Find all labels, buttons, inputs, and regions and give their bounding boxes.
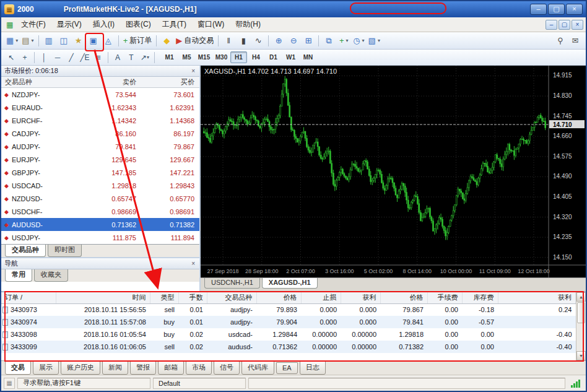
price-chart[interactable]: 14.91514.83014.74514.66014.57514.49014.4…: [201, 66, 586, 277]
terminal-button[interactable]: ▣: [86, 34, 101, 48]
market-watch-row[interactable]: ◆EURCHF-1.143421.14368: [1, 114, 199, 127]
terminal-tab-邮箱[interactable]: 邮箱6: [158, 361, 184, 375]
timeframe-M5[interactable]: M5: [178, 51, 195, 63]
new-chart-button[interactable]: ▦▾: [4, 34, 20, 48]
close-button[interactable]: ×: [566, 4, 583, 15]
market-watch-row[interactable]: ◆GBPJPY-147.185147.221: [1, 166, 199, 179]
market-watch-row[interactable]: ◆AUDJPY-79.84179.867: [1, 140, 199, 153]
tile-windows-button[interactable]: ⊞: [301, 34, 316, 48]
navigator-button[interactable]: ★: [71, 34, 86, 48]
market-watch-row[interactable]: ◆EURJPY-129.645129.667: [1, 153, 199, 166]
zoom-in-button[interactable]: ⊕: [271, 34, 286, 48]
market-watch-row[interactable]: ◆USDCHF-0.986690.98691: [1, 205, 199, 218]
line-chart-button[interactable]: ∿: [251, 34, 266, 48]
chart-canvas[interactable]: 14.91514.83014.74514.66014.57514.49014.4…: [201, 66, 586, 277]
market-watch-row[interactable]: ◆NZDJPY-73.54473.601: [1, 88, 199, 101]
scroll-down-icon[interactable]: ▼: [576, 351, 586, 360]
orders-column-header[interactable]: 获利: [498, 292, 576, 303]
timeframe-H1[interactable]: H1: [230, 51, 247, 63]
timeframe-W1[interactable]: W1: [282, 51, 299, 63]
text-label-button[interactable]: T: [124, 51, 138, 64]
timeframe-D1[interactable]: D1: [265, 51, 282, 63]
market-watch-row[interactable]: ◆NZDUSD-0.657470.65770: [1, 192, 199, 205]
terminal-tab-新闻[interactable]: 新闻: [102, 361, 128, 375]
cascade-windows-button[interactable]: ⧉: [321, 34, 336, 48]
orders-column-header[interactable]: 库存费: [462, 292, 498, 303]
periods-button[interactable]: ◷▾: [351, 34, 366, 48]
market-watch-row[interactable]: ◆EURAUD-1.623431.62391: [1, 101, 199, 114]
tab-交易品种[interactable]: 交易品种: [5, 245, 46, 257]
menu-item[interactable]: 文件(F): [15, 17, 51, 32]
market-watch-row[interactable]: ◆USDCAD-1.298181.29843: [1, 179, 199, 192]
text-button[interactable]: A: [111, 51, 124, 64]
timeframe-M1[interactable]: M1: [161, 51, 178, 63]
profile-selector[interactable]: Default: [153, 378, 246, 389]
scroll-up-icon[interactable]: ▲: [576, 292, 586, 302]
terminal-scrollbar[interactable]: ▲ ▼: [576, 292, 586, 360]
chart-tab-USDCNH-,H1[interactable]: USDCNH-,H1: [204, 278, 260, 289]
tab-常用[interactable]: 常用: [5, 269, 32, 282]
indicators-button[interactable]: +▾: [336, 34, 351, 48]
order-row[interactable]: 34309742018.10.11 15:57:08buy0.01audjpy-…: [1, 316, 576, 328]
community-chat-button[interactable]: ✉: [568, 34, 583, 48]
scrollbar-thumb[interactable]: [577, 302, 585, 323]
chart-restore-button[interactable]: ▢: [559, 20, 570, 30]
candlestick-button[interactable]: ▮: [236, 34, 251, 48]
new-order-button[interactable]: +新订单: [121, 34, 154, 48]
minimize-button[interactable]: –: [530, 4, 547, 15]
menu-item[interactable]: 工具(T): [157, 17, 192, 32]
terminal-tab-EA[interactable]: EA: [276, 362, 298, 374]
terminal-tab-市场[interactable]: 市场: [186, 361, 212, 375]
orders-column-header[interactable]: 订单 /: [1, 292, 56, 303]
orders-column-header[interactable]: 时间: [56, 292, 150, 303]
menu-item[interactable]: 显示(V): [51, 17, 87, 32]
data-window-button[interactable]: ◫: [56, 34, 71, 48]
arrow-objects-button[interactable]: ↗▾: [138, 51, 152, 64]
metaeditor-button[interactable]: ◆: [159, 34, 174, 48]
terminal-tab-展示[interactable]: 展示: [33, 361, 59, 375]
vertical-line-button[interactable]: │: [37, 51, 51, 64]
chart-tab-XAGUSD-,H1[interactable]: XAGUSD-,H1: [262, 278, 318, 289]
timeframe-MN[interactable]: MN: [300, 51, 316, 63]
orders-column-header[interactable]: 类型: [150, 292, 178, 303]
orders-column-header[interactable]: 止损: [301, 292, 341, 303]
order-row[interactable]: 34330992018.10.16 01:06:05sell0.02audusd…: [1, 341, 576, 353]
order-row[interactable]: 34330982018.10.16 01:05:54buy0.02usdcad-…: [1, 328, 576, 341]
menu-item[interactable]: 图表(C): [120, 17, 157, 32]
market-watch-button[interactable]: ▥: [41, 34, 56, 48]
timeframe-H4[interactable]: H4: [248, 51, 264, 63]
orders-column-header[interactable]: 手数: [178, 292, 207, 303]
timeframe-M30[interactable]: M30: [213, 51, 230, 63]
close-icon[interactable]: ×: [190, 260, 196, 267]
terminal-tab-日志[interactable]: 日志: [300, 361, 326, 375]
orders-column-header[interactable]: 价格: [380, 292, 427, 303]
market-watch-row[interactable]: ◆USDJPY-111.875111.894: [1, 231, 199, 244]
orders-column-header[interactable]: 交易品种: [207, 292, 256, 303]
tab-收藏夹[interactable]: 收藏夹: [34, 269, 68, 282]
menu-item[interactable]: 插入(I): [87, 17, 120, 32]
orders-column-header[interactable]: 手续费: [427, 292, 462, 303]
menu-item[interactable]: 窗口(W): [192, 17, 230, 32]
templates-button[interactable]: ▧▾: [367, 34, 382, 48]
strategy-tester-button[interactable]: ◬: [101, 34, 116, 48]
terminal-tab-代码库[interactable]: 代码库: [241, 361, 274, 375]
search-button[interactable]: ⚲: [553, 34, 568, 48]
bar-chart-button[interactable]: ‖: [221, 34, 236, 48]
tab-即时图[interactable]: 即时图: [48, 245, 82, 257]
terminal-tab-信号[interactable]: 信号: [214, 361, 240, 375]
orders-column-header[interactable]: 价格: [256, 292, 301, 303]
profiles-button[interactable]: ▤▾: [20, 34, 35, 48]
close-icon[interactable]: ×: [190, 68, 196, 74]
timeframe-M15[interactable]: M15: [196, 51, 212, 63]
terminal-tab-账户历史[interactable]: 账户历史: [61, 361, 100, 375]
menu-item[interactable]: 帮助(H): [230, 17, 266, 32]
trendline-button[interactable]: ╱: [64, 51, 78, 64]
restore-button[interactable]: ▢: [548, 4, 565, 15]
chart-minimize-button[interactable]: –: [546, 20, 557, 30]
channel-button[interactable]: ╱E: [78, 51, 92, 64]
cursor-button[interactable]: ↖: [4, 51, 18, 64]
terminal-tab-警报[interactable]: 警报: [130, 361, 156, 375]
crosshair-button[interactable]: +: [18, 51, 32, 64]
chart-close-button[interactable]: ×: [572, 20, 583, 30]
autotrading-button[interactable]: ▶自动交易: [174, 34, 215, 48]
